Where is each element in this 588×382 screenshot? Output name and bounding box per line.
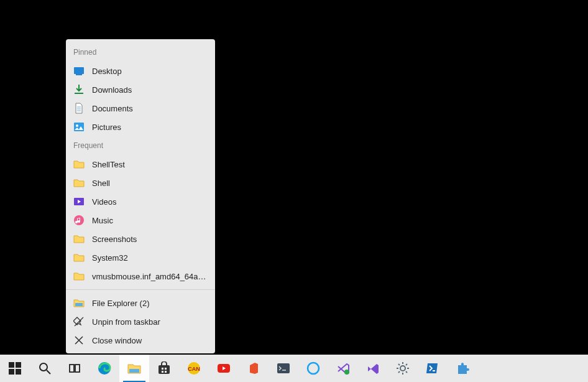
jump-list-item-videos[interactable]: Videos <box>66 192 215 211</box>
separator <box>66 289 215 290</box>
youtube-icon <box>217 361 231 375</box>
svg-rect-16 <box>158 365 170 374</box>
svg-point-11 <box>40 363 47 371</box>
svg-rect-8 <box>16 362 21 368</box>
search-button[interactable] <box>30 355 60 382</box>
document-icon <box>73 103 85 114</box>
menu-item-label: Downloads <box>92 85 208 95</box>
watermark-text: itdw.c <box>517 335 587 355</box>
svg-rect-0 <box>74 67 84 74</box>
taskbar: CAN <box>0 355 588 382</box>
canary-button[interactable]: CAN <box>179 355 209 382</box>
edge-icon <box>98 361 111 375</box>
jump-list-item-screenshots[interactable]: Screenshots <box>66 230 215 248</box>
vscode-button[interactable] <box>328 355 358 382</box>
svg-rect-20 <box>165 371 167 373</box>
cortana-button[interactable] <box>298 355 328 382</box>
visualstudio-button[interactable] <box>358 355 388 382</box>
powershell-button[interactable] <box>418 355 448 382</box>
office-icon <box>247 361 260 375</box>
menu-item-label: Documents <box>92 104 208 113</box>
desktop-icon <box>73 65 85 77</box>
svg-point-25 <box>308 363 319 374</box>
svg-text:CAN: CAN <box>188 366 200 372</box>
jump-list-item-unpin[interactable]: Unpin from taskbar <box>66 312 215 331</box>
explorer-button[interactable] <box>119 355 149 382</box>
svg-rect-19 <box>162 371 163 373</box>
folder-icon <box>73 233 85 245</box>
terminal-button[interactable] <box>269 355 298 382</box>
jump-list: Pinned Desktop Downloads Documents Pictu… <box>66 39 215 353</box>
gear-icon <box>396 361 410 375</box>
jump-list-item-file-explorer[interactable]: File Explorer (2) <box>66 294 215 312</box>
jump-list-item-shell[interactable]: Shell <box>66 174 215 192</box>
menu-item-label: Unpin from taskbar <box>92 317 208 327</box>
svg-rect-7 <box>9 362 14 368</box>
start-button[interactable] <box>0 355 30 382</box>
menu-item-label: Screenshots <box>92 235 208 244</box>
vs-code-icon <box>336 361 350 375</box>
terminal2-icon <box>277 361 290 375</box>
vs-icon <box>366 361 380 375</box>
svg-point-5 <box>74 215 84 225</box>
jump-list-item-desktop[interactable]: Desktop <box>66 62 215 80</box>
youtube-button[interactable] <box>209 355 239 382</box>
jump-list-item-vmusbmouse[interactable]: vmusbmouse.inf_amd64_64ac7a0a... <box>66 267 215 286</box>
svg-point-27 <box>400 366 405 371</box>
svg-rect-6 <box>75 303 83 306</box>
svg-point-3 <box>76 124 78 127</box>
jump-list-item-pictures[interactable]: Pictures <box>66 118 215 136</box>
menu-item-label: Pictures <box>92 123 208 132</box>
menu-item-label: Music <box>92 216 208 225</box>
unpin-icon <box>73 316 85 327</box>
menu-item-label: Videos <box>92 197 208 207</box>
menu-item-label: Shell <box>92 179 208 188</box>
svg-rect-13 <box>75 365 80 372</box>
menu-item-label: System32 <box>92 253 208 263</box>
edge-button[interactable] <box>90 355 119 382</box>
windows-icon <box>8 361 22 375</box>
svg-rect-12 <box>70 365 74 372</box>
taskview-icon <box>68 361 81 375</box>
svg-point-26 <box>344 370 349 375</box>
menu-item-label: Desktop <box>92 67 208 76</box>
music-icon <box>73 215 85 226</box>
svg-rect-9 <box>9 369 14 375</box>
taskview-button[interactable] <box>60 355 90 382</box>
pictures-icon <box>73 121 85 133</box>
canary-icon: CAN <box>187 361 201 375</box>
download-icon <box>73 84 85 95</box>
jump-list-item-music[interactable]: Music <box>66 211 215 230</box>
menu-item-label: vmusbmouse.inf_amd64_64ac7a0a... <box>92 272 208 281</box>
jump-list-item-downloads[interactable]: Downloads <box>66 80 215 99</box>
powershell-icon <box>426 361 439 375</box>
jump-list-item-close-window[interactable]: Close window <box>66 331 215 350</box>
jump-list-item-documents[interactable]: Documents <box>66 99 215 118</box>
office-button[interactable] <box>239 355 269 382</box>
folder-icon <box>73 159 85 170</box>
svg-rect-24 <box>277 363 290 373</box>
svg-rect-1 <box>76 74 82 75</box>
app-button[interactable] <box>448 355 477 382</box>
menu-item-label: File Explorer (2) <box>92 299 208 308</box>
jump-list-item-shelltest[interactable]: ShellTest <box>66 155 215 174</box>
menu-item-label: ShellTest <box>92 160 208 169</box>
folder-icon <box>73 252 85 263</box>
menu-item-label: Close window <box>92 336 208 345</box>
settings-button[interactable] <box>388 355 418 382</box>
svg-rect-15 <box>129 369 139 373</box>
folder-icon <box>73 177 85 189</box>
store-button[interactable] <box>149 355 179 382</box>
jump-list-header-frequent: Frequent <box>66 136 215 155</box>
videos-icon <box>73 196 85 207</box>
search-icon <box>38 361 52 375</box>
svg-rect-10 <box>16 369 21 375</box>
explorer-icon <box>127 361 141 375</box>
close-icon <box>73 335 85 346</box>
explorer-icon <box>73 297 85 309</box>
jump-list-header-pinned: Pinned <box>66 43 215 62</box>
jump-list-item-system32[interactable]: System32 <box>66 248 215 267</box>
store-icon <box>157 361 171 375</box>
cortana-icon <box>306 361 320 375</box>
svg-rect-18 <box>165 368 167 370</box>
